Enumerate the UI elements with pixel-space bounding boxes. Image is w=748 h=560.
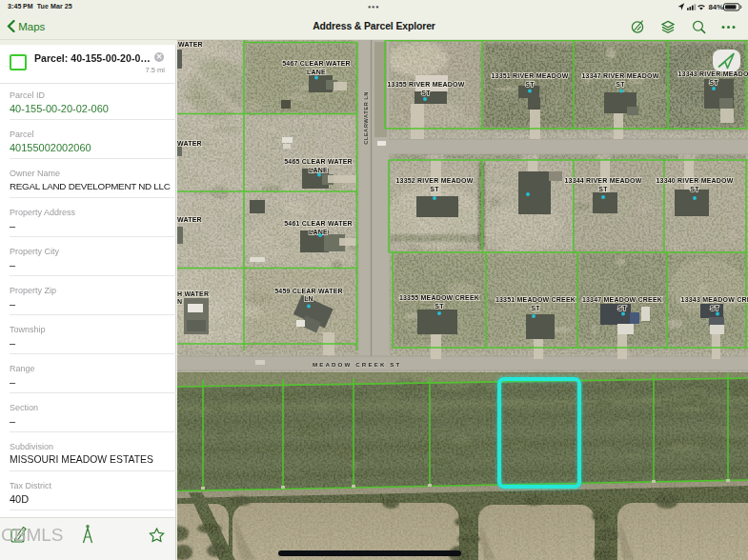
svg-text:ST: ST (435, 303, 444, 310)
svg-text:ST: ST (709, 79, 718, 86)
svg-text:LANE: LANE (307, 69, 326, 75)
svg-text:13355 RIVER MEADOW: 13355 RIVER MEADOW (387, 81, 464, 88)
svg-text:WATER: WATER (177, 140, 202, 147)
svg-text:5465 CLEAR WATER: 5465 CLEAR WATER (284, 158, 353, 165)
svg-text:13351 RIVER MEADOW: 13351 RIVER MEADOW (491, 72, 568, 79)
svg-text:13340 RIVER MEADOW: 13340 RIVER MEADOW (656, 177, 733, 184)
svg-text:WATER: WATER (177, 216, 202, 223)
svg-text:LANE: LANE (309, 229, 328, 235)
svg-text:13344 RIVER MEADOW: 13344 RIVER MEADOW (564, 177, 641, 184)
svg-text:13343 RIVER MEADOW: 13343 RIVER MEADOW (677, 70, 748, 77)
svg-text:84%: 84% (709, 3, 724, 11)
svg-text:ST: ST (710, 305, 719, 311)
svg-text:13351 MEADOW CREEK: 13351 MEADOW CREEK (495, 296, 576, 303)
svg-text:ST: ST (525, 81, 535, 88)
svg-text:5459 CLEAR WATER: 5459 CLEAR WATER (274, 288, 343, 294)
svg-text:LANE: LANE (309, 167, 328, 173)
svg-text:MEADOW CREEK ST: MEADOW CREEK ST (313, 361, 401, 368)
svg-text:ST: ST (617, 305, 627, 311)
svg-text:WATER: WATER (178, 41, 203, 48)
svg-text:ST: ST (690, 186, 699, 192)
svg-text:13347 RIVER MEADOW: 13347 RIVER MEADOW (581, 72, 658, 79)
svg-text:ST: ST (531, 305, 540, 311)
svg-text:ST: ST (421, 90, 431, 96)
svg-text:ST: ST (430, 186, 439, 192)
svg-text:13347 MEADOW CREEK: 13347 MEADOW CREEK (582, 296, 662, 303)
svg-text:LN: LN (304, 295, 313, 302)
svg-text:H WATER: H WATER (177, 290, 209, 297)
svg-text:ST: ST (598, 186, 608, 192)
svg-text:13355 MEADOW CREEK: 13355 MEADOW CREEK (399, 294, 479, 301)
svg-text:ST: ST (616, 81, 625, 88)
svg-text:5467 CLEAR WATER: 5467 CLEAR WATER (282, 60, 351, 67)
svg-text:5461 CLEAR WATER: 5461 CLEAR WATER (284, 220, 353, 227)
svg-text:13343 MEADOW CREE: 13343 MEADOW CREE (681, 296, 748, 303)
svg-text:CLEARWATER LN: CLEARWATER LN (363, 91, 369, 145)
svg-text:N: N (177, 298, 182, 305)
svg-text:13352 RIVER MEADOW: 13352 RIVER MEADOW (395, 177, 473, 184)
